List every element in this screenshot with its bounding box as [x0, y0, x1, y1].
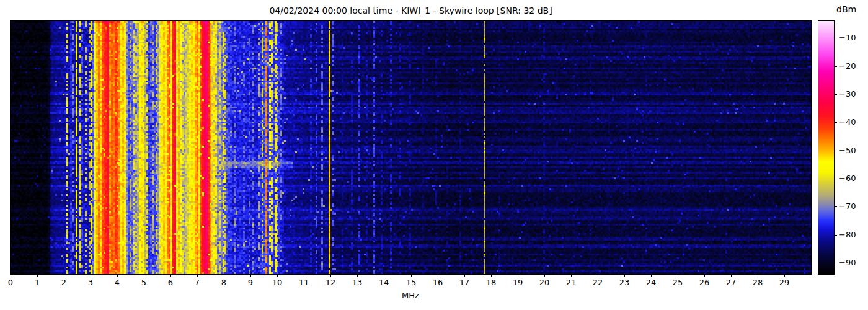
x-tick-mark: [277, 275, 278, 277]
colorbar-tick-mark: [835, 66, 837, 67]
colorbar-tick-label: −50: [839, 146, 867, 155]
x-tick-label: 8: [213, 278, 235, 287]
x-tick-mark: [117, 275, 118, 277]
x-tick-label: 21: [560, 278, 582, 287]
x-tick-mark: [438, 275, 438, 277]
colorbar-tick-label: −70: [839, 202, 867, 211]
colorbar-tick-label: −60: [839, 174, 867, 183]
chart-title: 04/02/2024 00:00 local time - KIWI_1 - S…: [11, 6, 811, 16]
x-tick-label: 18: [480, 278, 502, 287]
x-tick-mark: [491, 275, 492, 277]
x-tick-label: 25: [666, 278, 689, 287]
x-tick-mark: [651, 275, 652, 277]
colorbar-tick-label: −30: [839, 89, 867, 99]
x-tick-label: 24: [640, 278, 662, 287]
x-tick-mark: [197, 275, 198, 277]
waterfall-canvas: [11, 21, 811, 274]
x-tick-label: 14: [373, 278, 395, 287]
x-tick-mark: [518, 275, 518, 277]
x-tick-mark: [37, 275, 38, 277]
x-tick-mark: [598, 275, 598, 277]
colorbar-tick-label: −10: [839, 33, 867, 42]
x-tick-label: 15: [400, 278, 422, 287]
x-tick-label: 1: [26, 278, 48, 287]
x-tick-label: 3: [79, 278, 102, 287]
x-tick-label: 20: [533, 278, 556, 287]
colorbar-tick-label: −90: [839, 258, 867, 267]
x-tick-label: 5: [133, 278, 155, 287]
x-tick-mark: [91, 275, 91, 277]
x-tick-mark: [544, 275, 545, 277]
x-tick-label: 0: [0, 278, 22, 287]
colorbar-unit-label: dBm: [836, 4, 856, 14]
colorbar-tick-mark: [835, 122, 837, 123]
x-tick-label: 7: [186, 278, 208, 287]
x-tick-mark: [784, 275, 785, 277]
x-tick-mark: [144, 275, 144, 277]
colorbar-tick-label: −40: [839, 117, 867, 126]
x-tick-mark: [357, 275, 358, 277]
x-tick-mark: [384, 275, 384, 277]
x-tick-mark: [411, 275, 412, 277]
colorbar-canvas: [818, 21, 834, 274]
x-tick-mark: [304, 275, 304, 277]
x-tick-label: 9: [239, 278, 262, 287]
x-tick-label: 22: [587, 278, 609, 287]
colorbar: [818, 20, 835, 275]
colorbar-tick-label: −80: [839, 230, 867, 239]
colorbar-tick-mark: [835, 151, 837, 151]
x-tick-mark: [624, 275, 625, 277]
x-tick-mark: [758, 275, 758, 277]
colorbar-tick-mark: [835, 235, 837, 236]
x-tick-mark: [11, 275, 11, 277]
colorbar-tick-mark: [835, 206, 837, 207]
x-tick-mark: [704, 275, 705, 277]
x-tick-label: 6: [159, 278, 182, 287]
colorbar-tick-label: −20: [839, 61, 867, 71]
x-tick-mark: [571, 275, 572, 277]
x-tick-label: 11: [293, 278, 315, 287]
x-tick-mark: [64, 275, 64, 277]
x-tick-label: 12: [319, 278, 342, 287]
colorbar-tick-mark: [835, 38, 837, 38]
x-axis-label: MHz: [392, 291, 429, 300]
x-tick-label: 10: [266, 278, 288, 287]
x-tick-label: 27: [720, 278, 742, 287]
x-tick-label: 16: [427, 278, 449, 287]
x-tick-mark: [250, 275, 251, 277]
x-tick-label: 4: [106, 278, 128, 287]
x-tick-mark: [224, 275, 224, 277]
x-tick-mark: [330, 275, 331, 277]
x-tick-mark: [464, 275, 465, 277]
colorbar-tick-mark: [835, 263, 837, 264]
x-tick-mark: [170, 275, 171, 277]
x-tick-label: 28: [746, 278, 769, 287]
x-tick-label: 23: [613, 278, 636, 287]
waterfall-plot-area: [10, 20, 812, 275]
colorbar-tick-mark: [835, 179, 837, 179]
colorbar-tick-mark: [835, 94, 837, 95]
x-tick-label: 13: [346, 278, 368, 287]
x-tick-mark: [731, 275, 732, 277]
x-tick-label: 2: [53, 278, 75, 287]
x-tick-mark: [678, 275, 678, 277]
spectrogram-figure: 04/02/2024 00:00 local time - KIWI_1 - S…: [0, 0, 868, 310]
x-tick-label: 19: [507, 278, 529, 287]
x-tick-label: 26: [693, 278, 715, 287]
x-tick-label: 17: [453, 278, 476, 287]
x-tick-label: 29: [773, 278, 795, 287]
